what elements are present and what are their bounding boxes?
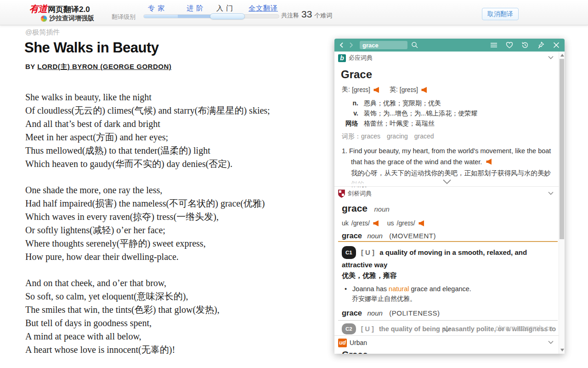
cambridge-expand-chevron-icon[interactable]	[442, 327, 452, 333]
example-english-text: Find your beauty, my heart, from the wor…	[349, 147, 551, 166]
poem-line: How pure, how dear their dwelling-place.	[25, 250, 270, 264]
example-highlight[interactable]: natural	[389, 285, 409, 293]
sense-underline	[338, 241, 558, 242]
poem-line: Or softly lightens(减轻) o’er her face;	[25, 224, 270, 237]
annotation-summary: 共注释 33 个难词	[281, 9, 332, 20]
poem-body: She walks in beauty, like the night Of c…	[25, 91, 270, 368]
headword-text: grace	[342, 203, 368, 213]
bing-expand-chevron-icon[interactable]	[442, 178, 452, 185]
cambridge-divider	[334, 186, 565, 187]
level-badge-c1: C1	[342, 246, 356, 259]
back-icon[interactable]	[339, 42, 345, 48]
urban-collapse-chevron-icon[interactable]	[547, 339, 554, 346]
stanza-2: One shade the more, one ray the less, Ha…	[25, 184, 270, 264]
poem-line: She walks in beauty, like the night	[25, 91, 270, 104]
speaker-icon[interactable]	[373, 220, 379, 226]
menu-icon[interactable]	[490, 41, 498, 49]
author-link[interactable]: LORD(主) BYRON (GEORGE GORDON)	[37, 63, 171, 70]
sense-pos: noun	[367, 232, 382, 240]
close-icon[interactable]	[552, 41, 560, 49]
uk-label: 英:	[390, 86, 398, 94]
cambridge-headword: grace noun	[342, 203, 390, 214]
uk-ipa: [ɡreɪs]	[400, 86, 418, 93]
poem-line: A mind at peace with all below,	[25, 330, 270, 343]
cambridge-section-header[interactable]: 剑桥词典	[338, 188, 372, 199]
annotation-suffix: 个难词	[314, 12, 332, 20]
example-number: 1.	[342, 147, 347, 155]
cambridge-crest-icon	[338, 190, 345, 198]
poem-line: Had half impaired(损害) the nameless(不可名状的…	[25, 197, 270, 210]
level-full-translate[interactable]: 全文翻译	[249, 4, 278, 13]
dict-search-input[interactable]	[360, 41, 407, 49]
word-forms-label: 词形：	[342, 132, 361, 140]
speaker-icon[interactable]	[421, 87, 427, 93]
urban-divider	[334, 335, 565, 336]
scrollbar-thumb[interactable]	[560, 59, 564, 239]
poem-line: Thus mellowed(成熟) to that tender(温柔的) li…	[25, 144, 270, 157]
level-advanced[interactable]: 进 阶	[187, 4, 204, 13]
poem-line: Which waves in every raven(掠夺) tress(一绺头…	[25, 210, 270, 224]
history-icon[interactable]	[521, 41, 529, 49]
annotation-prefix: 共注释	[281, 12, 299, 20]
urban-section-header[interactable]: ud Urban	[338, 337, 367, 348]
speaker-icon[interactable]	[486, 159, 492, 165]
scrollbar-down-arrow-icon[interactable]	[560, 349, 564, 351]
bing-pronunciation-row: 美: [ɡreɪs] 英: [ɡreɪs]	[342, 86, 437, 94]
page: 有道网页翻译2.0 沙拉查词增强版 翻译级别 专 家 进 阶 入 门 全文翻译 …	[0, 0, 588, 368]
level-beginner[interactable]: 入 门	[216, 4, 233, 13]
speaker-icon[interactable]	[373, 87, 379, 93]
youdao-brand: 有道网页翻译2.0	[29, 3, 90, 15]
poem-line: Which heaven to gaudy(华而不实的) day denies(…	[25, 157, 270, 171]
annotation-count: 33	[301, 9, 312, 20]
grammar-label: [ U ]	[361, 248, 374, 256]
poem-line: And on that cheek, and o’er that brow,	[25, 276, 270, 290]
cancel-translate-button[interactable]: 取消翻译	[482, 8, 519, 20]
favorite-heart-icon[interactable]	[505, 41, 514, 49]
bing-source-label: 必应词典	[349, 54, 373, 62]
brand-title: 网页翻译2.0	[48, 5, 90, 14]
poem-line: Meet in her aspect(方面) and her eyes;	[25, 131, 270, 144]
dict-panel-body: b 必应词典 Grace 美: [ɡreɪs] 英: [ɡreɪs] n. 恩典…	[334, 52, 565, 354]
search-icon[interactable]	[411, 41, 418, 49]
urban-source-label: Urban	[350, 339, 367, 346]
poem-line: Where thoughts serenely(平静的) sweet expre…	[25, 237, 270, 250]
poem-line: Of cloudless(无云的) climes(气候) and starry(…	[25, 104, 270, 117]
panel-scrollbar[interactable]	[559, 52, 565, 354]
sense-divider	[338, 320, 558, 321]
bing-logo-icon: b	[338, 54, 346, 62]
poem-line: So soft, so calm, yet eloquent(意味深长的),	[25, 290, 270, 303]
word-forms-list: graces gracing graced	[361, 132, 434, 140]
scrollbar-up-arrow-icon[interactable]	[560, 54, 564, 57]
pin-icon[interactable]	[537, 41, 545, 49]
example-english: 1.Find your beauty, my heart, from the w…	[342, 145, 557, 167]
sense-category: (POLITENESS)	[389, 309, 440, 317]
word-forms: 词形：graces gracing graced	[342, 132, 434, 141]
watermark-jijian: @极简插件	[25, 28, 60, 37]
bing-section-header[interactable]: b 必应词典	[338, 52, 373, 63]
bing-headword: Grace	[341, 68, 372, 81]
pos-label: n.	[342, 98, 358, 108]
stanza-3: And on that cheek, and o’er that brow, S…	[25, 276, 270, 356]
level-slider-handle[interactable]	[210, 13, 245, 19]
cambridge-collapse-chevron-icon[interactable]	[547, 190, 554, 197]
level-expert[interactable]: 专 家	[148, 4, 165, 13]
sense-title-movement: grace noun (MOVEMENT)	[342, 231, 436, 240]
pos-label: 网络	[342, 119, 358, 128]
us-label: 美:	[342, 86, 350, 94]
speaker-icon[interactable]	[418, 220, 424, 226]
poem-line: And all that’s best of dark and bright	[25, 117, 270, 131]
bing-collapse-chevron-icon[interactable]	[547, 54, 554, 61]
level-label: 翻译级别	[112, 13, 136, 21]
c1-definition-chinese: 优美，优雅，雍容	[342, 271, 397, 280]
c1-definition: C1 [ U ] a quality of moving in a smooth…	[342, 246, 559, 271]
level-slider[interactable]	[143, 14, 279, 18]
bing-definition-row: v. 装饰；为...增色；为...锦上添花；使荣耀	[342, 109, 477, 118]
byline: BY LORD(主) BYRON (GEORGE GORDON)	[25, 63, 171, 71]
urban-dictionary-logo-icon: ud	[338, 339, 347, 347]
poem-line: A heart whose love is innocent(无辜的)!	[25, 343, 270, 356]
uk-ipa: /ɡreɪs/	[351, 219, 370, 227]
cambridge-example: •Joanna has natural grace and elegance.	[345, 284, 471, 294]
pos-label: v.	[342, 109, 358, 118]
us-label: us	[387, 219, 394, 227]
forward-icon[interactable]	[348, 42, 354, 48]
